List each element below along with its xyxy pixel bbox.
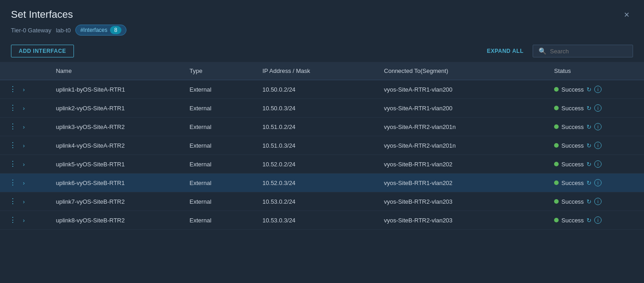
info-icon[interactable]: i [594, 160, 602, 168]
badge-label: #Interfaces [80, 27, 107, 33]
table-header: Name Type IP Address / Mask Connected To… [0, 62, 644, 80]
col-header-ip: IP Address / Mask [255, 62, 377, 80]
row-ip: 10.50.0.2/24 [255, 80, 377, 99]
row-actions-cell: ⋮ › [0, 80, 48, 99]
table-row[interactable]: ⋮ › uplink2-vyOS-SiteA-RTR1 External 10.… [0, 99, 644, 118]
add-interface-button[interactable]: ADD INTERFACE [11, 45, 74, 57]
gateway-name-label: lab-t0 [56, 27, 71, 34]
row-menu-icon[interactable]: ⋮ [7, 141, 18, 150]
breadcrumb: Tier-0 Gateway lab-t0 #Interfaces 8 [0, 25, 644, 41]
info-icon[interactable]: i [594, 216, 602, 224]
dialog-title: Set Interfaces [11, 9, 73, 21]
row-menu-icon[interactable]: ⋮ [7, 197, 18, 206]
interfaces-badge[interactable]: #Interfaces 8 [75, 25, 126, 36]
row-status-cell: Success ↻ i [547, 211, 644, 230]
table-row[interactable]: ⋮ › uplink5-vyOS-SiteB-RTR1 External 10.… [0, 155, 644, 174]
row-expand-icon[interactable]: › [21, 197, 26, 206]
row-segment: vyos-SiteB-RTR2-vlan203 [377, 192, 547, 211]
refresh-icon[interactable]: ↻ [586, 105, 592, 112]
status-dot [554, 106, 559, 110]
search-input[interactable] [550, 48, 627, 55]
row-actions-cell: ⋮ › [0, 136, 48, 155]
row-menu-icon[interactable]: ⋮ [7, 216, 18, 225]
table-row[interactable]: ⋮ › uplink4-vyOS-SiteA-RTR2 External 10.… [0, 136, 644, 155]
row-type: External [182, 155, 255, 174]
row-ip: 10.51.0.2/24 [255, 118, 377, 136]
row-segment: vyos-SiteB-RTR2-vlan203 [377, 211, 547, 230]
row-menu-icon[interactable]: ⋮ [7, 178, 18, 187]
row-name: uplink2-vyOS-SiteA-RTR1 [48, 99, 182, 118]
row-ip: 10.53.0.3/24 [255, 211, 377, 230]
row-name: uplink7-vyOS-SiteB-RTR2 [48, 192, 182, 211]
status-label: Success [561, 142, 584, 149]
row-menu-icon[interactable]: ⋮ [7, 85, 18, 94]
info-icon[interactable]: i [594, 86, 602, 93]
refresh-icon[interactable]: ↻ [586, 123, 592, 130]
row-name: uplink8-vyOS-SiteB-RTR2 [48, 211, 182, 230]
info-icon[interactable]: i [594, 104, 602, 112]
row-segment: vyos-SiteB-RTR1-vlan202 [377, 155, 547, 174]
info-icon[interactable]: i [594, 198, 602, 205]
info-icon[interactable]: i [594, 123, 602, 130]
col-header-status: Status [547, 62, 644, 80]
refresh-icon[interactable]: ↻ [586, 161, 592, 168]
status-dot [554, 180, 559, 185]
row-expand-icon[interactable]: › [21, 104, 26, 113]
row-actions-cell: ⋮ › [0, 192, 48, 211]
row-expand-icon[interactable]: › [21, 216, 26, 225]
row-name: uplink6-vyOS-SiteB-RTR1 [48, 174, 182, 192]
row-status-cell: Success ↻ i [547, 136, 644, 155]
table-row[interactable]: ⋮ › uplink6-vyOS-SiteB-RTR1 External 10.… [0, 174, 644, 192]
row-type: External [182, 174, 255, 192]
row-expand-icon[interactable]: › [21, 160, 26, 169]
col-header-type: Type [182, 62, 255, 80]
close-button[interactable]: × [620, 8, 633, 21]
interfaces-table: Name Type IP Address / Mask Connected To… [0, 62, 644, 230]
row-expand-icon[interactable]: › [21, 179, 26, 187]
row-expand-icon[interactable]: › [21, 123, 26, 131]
status-dot [554, 87, 559, 92]
status-dot [554, 124, 559, 129]
row-actions-cell: ⋮ › [0, 211, 48, 230]
row-status-cell: Success ↻ i [547, 174, 644, 192]
row-menu-icon[interactable]: ⋮ [7, 122, 18, 131]
refresh-icon[interactable]: ↻ [586, 86, 592, 93]
row-status-cell: Success ↻ i [547, 155, 644, 174]
row-segment: vyos-SiteB-RTR1-vlan202 [377, 174, 547, 192]
gateway-type-label: Tier-0 Gateway [11, 27, 51, 34]
row-name: uplink4-vyOS-SiteA-RTR2 [48, 136, 182, 155]
status-dot [554, 218, 559, 222]
row-menu-icon[interactable]: ⋮ [7, 160, 18, 169]
search-box: 🔍 [533, 45, 633, 57]
refresh-icon[interactable]: ↻ [586, 142, 592, 149]
info-icon[interactable]: i [594, 142, 602, 149]
row-ip: 10.51.0.3/24 [255, 136, 377, 155]
refresh-icon[interactable]: ↻ [586, 217, 592, 224]
row-status-cell: Success ↻ i [547, 192, 644, 211]
table-row[interactable]: ⋮ › uplink8-vyOS-SiteB-RTR2 External 10.… [0, 211, 644, 230]
row-expand-icon[interactable]: › [21, 141, 26, 150]
row-status-cell: Success ↻ i [547, 118, 644, 136]
row-type: External [182, 211, 255, 230]
toolbar: ADD INTERFACE EXPAND ALL 🔍 [0, 41, 644, 62]
table-row[interactable]: ⋮ › uplink3-vyOS-SiteA-RTR2 External 10.… [0, 118, 644, 136]
status-label: Success [561, 198, 584, 205]
table-row[interactable]: ⋮ › uplink7-vyOS-SiteB-RTR2 External 10.… [0, 192, 644, 211]
row-expand-icon[interactable]: › [21, 85, 26, 94]
dialog-header: Set Interfaces × [0, 0, 644, 25]
table-row[interactable]: ⋮ › uplink1-byOS-SiteA-RTR1 External 10.… [0, 80, 644, 99]
row-segment: vyos-SiteA-RTR1-vlan200 [377, 80, 547, 99]
row-type: External [182, 136, 255, 155]
row-actions-cell: ⋮ › [0, 155, 48, 174]
refresh-icon[interactable]: ↻ [586, 180, 592, 186]
row-status-cell: Success ↻ i [547, 99, 644, 118]
col-header-actions [0, 62, 48, 80]
status-dot [554, 143, 559, 148]
row-segment: vyos-SiteA-RTR2-vlan201n [377, 136, 547, 155]
info-icon[interactable]: i [594, 179, 602, 186]
row-menu-icon[interactable]: ⋮ [7, 103, 18, 113]
expand-all-button[interactable]: EXPAND ALL [487, 48, 524, 54]
status-label: Success [561, 217, 584, 224]
row-name: uplink5-vyOS-SiteB-RTR1 [48, 155, 182, 174]
refresh-icon[interactable]: ↻ [586, 198, 592, 205]
